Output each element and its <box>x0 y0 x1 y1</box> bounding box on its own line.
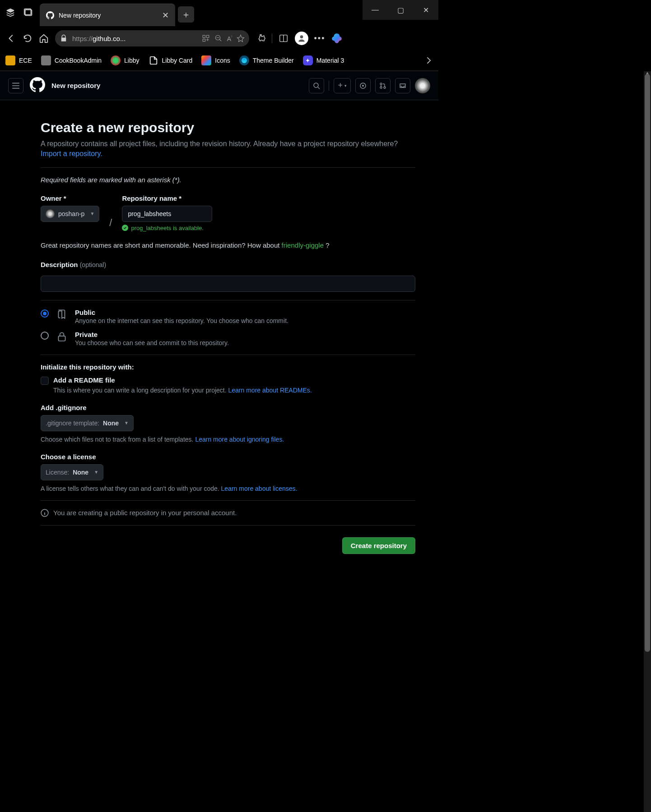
bookmark-icons[interactable]: Icons <box>201 55 230 65</box>
home-button[interactable] <box>39 33 49 43</box>
public-subtitle: Anyone on the internet can see this repo… <box>75 317 288 324</box>
repo-name-input[interactable] <box>122 206 212 222</box>
readme-help-text: This is where you can write a long descr… <box>53 387 415 394</box>
issues-button[interactable] <box>355 78 371 93</box>
divider <box>41 525 415 526</box>
form-subtitle: A repository contains all project files,… <box>41 139 415 159</box>
readme-checkbox[interactable] <box>41 377 49 385</box>
private-subtitle: You choose who can see and commit to thi… <box>75 339 229 346</box>
new-tab-button[interactable]: ＋ <box>178 6 194 23</box>
visibility-info: You are creating a public repository in … <box>41 509 415 517</box>
chevron-down-icon: ▼ <box>94 470 98 475</box>
favorite-icon[interactable] <box>237 34 245 42</box>
description-input[interactable] <box>41 276 415 292</box>
address-bar[interactable]: https://github.co... A⁾ <box>55 30 249 46</box>
read-aloud-icon[interactable]: A⁾ <box>227 35 232 42</box>
availability-message: prog_labsheets is available. <box>122 225 212 231</box>
inspiration-text: Great repository names are short and mem… <box>41 241 415 249</box>
nav-menu-button[interactable] <box>8 78 23 93</box>
refresh-button[interactable] <box>23 33 33 43</box>
user-avatar[interactable] <box>415 78 430 93</box>
bookmarks-overflow-icon[interactable] <box>424 56 433 65</box>
svg-point-13 <box>380 87 382 88</box>
create-new-button[interactable]: +▾ <box>334 78 351 93</box>
tab-actions-icon[interactable] <box>23 8 33 19</box>
svg-point-9 <box>314 83 318 88</box>
minimize-button[interactable]: — <box>363 0 388 20</box>
license-select[interactable]: License: None ▼ <box>41 464 103 480</box>
zoom-out-icon[interactable] <box>214 34 223 42</box>
chevron-down-icon: ▼ <box>124 420 129 425</box>
bookmarks-bar: ECE CookBookAdmin Libby Libby Card Icons… <box>0 51 438 71</box>
more-menu-icon[interactable]: ••• <box>315 33 325 43</box>
svg-rect-16 <box>58 336 65 341</box>
create-repo-form: Create a new repository A repository con… <box>0 100 429 572</box>
bookmark-libby-card[interactable]: Libby Card <box>149 55 193 65</box>
bookmark-ece[interactable]: ECE <box>5 55 32 65</box>
github-icon <box>46 11 54 19</box>
inbox-button[interactable] <box>395 78 410 93</box>
bookmark-theme-builder[interactable]: Theme Builder <box>239 55 294 65</box>
gitignore-help-text: Choose which files not to track from a l… <box>41 436 415 443</box>
required-fields-note: Required fields are marked with an aster… <box>41 176 415 184</box>
bookmark-libby[interactable]: Libby <box>111 55 139 65</box>
url-text: https://github.co... <box>72 35 197 42</box>
maximize-button[interactable]: ▢ <box>388 0 413 20</box>
gitignore-select[interactable]: .gitignore template: None ▼ <box>41 415 134 431</box>
divider <box>41 355 415 355</box>
apps-icon[interactable] <box>202 34 210 42</box>
browser-toolbar: https://github.co... A⁾ ••• <box>0 26 438 51</box>
repo-name-field: Repository name * prog_labsheets is avai… <box>122 194 212 231</box>
split-screen-icon[interactable] <box>279 33 288 43</box>
create-repository-button[interactable]: Create repository <box>342 537 415 554</box>
tab-title: New repository <box>59 12 158 19</box>
initialize-section-title: Initialize this repository with: <box>41 363 415 371</box>
suggested-name[interactable]: friendly-giggle <box>282 241 324 249</box>
chevron-down-icon: ▼ <box>90 211 94 216</box>
owner-avatar-icon <box>46 209 55 218</box>
check-circle-icon <box>122 225 128 231</box>
bookmark-material-3[interactable]: ✦Material 3 <box>303 55 344 65</box>
owner-label: Owner * <box>41 194 99 202</box>
visibility-private-option[interactable]: Private You choose who can see and commi… <box>41 331 415 346</box>
profile-button[interactable] <box>295 32 308 45</box>
lock-icon <box>60 34 68 42</box>
gitignore-learn-more-link[interactable]: Learn more about ignoring files. <box>195 436 284 443</box>
import-repo-link[interactable]: Import a repository. <box>41 150 102 157</box>
divider <box>41 500 415 501</box>
copilot-icon[interactable] <box>331 32 343 44</box>
browser-tab[interactable]: New repository ✕ <box>40 4 175 26</box>
svg-rect-3 <box>206 35 209 37</box>
private-radio[interactable] <box>41 332 49 340</box>
readme-learn-more-link[interactable]: Learn more about READMEs. <box>228 387 312 394</box>
svg-point-11 <box>362 85 364 87</box>
readme-label: Add a README file <box>53 376 115 384</box>
github-header: New repository +▾ <box>0 71 438 100</box>
close-window-button[interactable]: ✕ <box>413 0 438 20</box>
info-icon <box>41 509 49 517</box>
search-button[interactable] <box>309 78 324 93</box>
back-button[interactable] <box>6 33 16 43</box>
workspaces-icon[interactable] <box>5 8 15 19</box>
license-learn-more-link[interactable]: Learn more about licenses. <box>221 485 298 492</box>
svg-point-14 <box>384 87 386 88</box>
public-radio[interactable] <box>41 309 49 318</box>
owner-select[interactable]: poshan-p ▼ <box>41 206 99 222</box>
repo-name-label: Repository name * <box>122 194 212 202</box>
public-title: Public <box>75 309 288 316</box>
svg-point-8 <box>300 35 303 38</box>
description-label: Description (optional) <box>41 261 415 268</box>
github-logo[interactable] <box>30 77 45 94</box>
extensions-icon[interactable] <box>256 33 265 43</box>
path-separator: / <box>109 217 112 231</box>
pull-requests-button[interactable] <box>375 78 391 93</box>
bookmark-cookbookadmin[interactable]: CookBookAdmin <box>41 55 102 65</box>
close-tab-icon[interactable]: ✕ <box>162 11 169 19</box>
window-controls: — ▢ ✕ <box>363 0 438 20</box>
owner-field: Owner * poshan-p ▼ <box>41 194 99 231</box>
divider <box>329 81 329 91</box>
visibility-public-option[interactable]: Public Anyone on the internet can see th… <box>41 309 415 324</box>
license-help-text: A license tells others what they can and… <box>41 485 415 492</box>
repo-icon <box>56 309 68 320</box>
form-heading: Create a new repository <box>41 120 415 135</box>
